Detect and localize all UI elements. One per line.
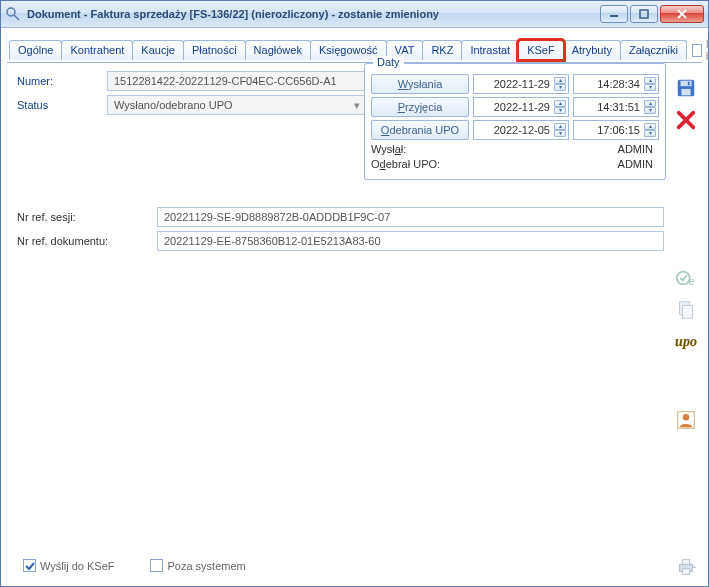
svg-rect-19 — [682, 560, 689, 565]
chevron-down-icon: ▾ — [354, 99, 360, 112]
daty-legend: Daty — [373, 56, 404, 68]
svg-rect-7 — [681, 81, 692, 87]
svg-marker-21 — [693, 565, 696, 568]
wyslij-label: Wyślij do KSeF — [40, 560, 114, 572]
daty-wyslania-time[interactable]: 14:28:34▴▾ — [573, 74, 659, 94]
svg-rect-8 — [681, 89, 690, 95]
poza-label: Poza systemem — [167, 560, 245, 572]
daty-przyjecia-date[interactable]: 2022-11-29▴▾ — [473, 97, 569, 117]
daty-wyslania-date[interactable]: 2022-11-29▴▾ — [473, 74, 569, 94]
daty-wyslal-value: ADMIN — [473, 143, 659, 155]
upo-button[interactable]: upo — [673, 329, 699, 355]
svg-rect-9 — [688, 82, 690, 86]
tab-platnosci[interactable]: Płatności — [183, 40, 246, 60]
ref-dok-field: 20221129-EE-8758360B12-01E5213A83-60 — [157, 231, 664, 251]
checkbox-checked-icon — [23, 559, 36, 572]
minimize-button[interactable] — [600, 5, 628, 23]
tab-ksef[interactable]: KSeF — [518, 40, 564, 60]
tab-atrybuty[interactable]: Atrybuty — [563, 40, 621, 60]
maximize-button[interactable] — [630, 5, 658, 23]
do-bufora-check: Do bufora — [692, 38, 709, 62]
daty-group: Daty Wysłania 2022-11-29▴▾ 14:28:34▴▾ Pr… — [364, 63, 666, 180]
refs: Nr ref. sesji: 20221129-SE-9D8889872B-0A… — [17, 207, 664, 251]
daty-przyjecia-button[interactable]: Przyjęcia — [371, 97, 469, 117]
numer-label: Numer: — [17, 75, 107, 87]
tab-ogolne[interactable]: Ogólne — [9, 40, 62, 60]
checkbox-icon — [692, 44, 702, 57]
tab-intrastat[interactable]: Intrastat — [461, 40, 519, 60]
tab-zalaczniki[interactable]: Załączniki — [620, 40, 687, 60]
svg-text:e: e — [689, 276, 695, 287]
top-form: Numer: 1512281422-20221129-CF04EC-CC656D… — [17, 71, 367, 115]
daty-odebrania-date[interactable]: 2022-12-05▴▾ — [473, 120, 569, 140]
svg-rect-15 — [682, 305, 692, 318]
verify-button[interactable]: e — [673, 265, 699, 291]
svg-point-12 — [677, 272, 690, 285]
close-window-button[interactable] — [660, 5, 704, 23]
svg-line-1 — [14, 15, 19, 20]
poza-systemem-check[interactable]: Poza systemem — [150, 559, 245, 572]
daty-odebral-label: Odebrał UPO: — [371, 158, 469, 170]
daty-wyslal-label: Wysłał: — [371, 143, 469, 155]
app-window: Dokument - Faktura sprzedaży [FS-136/22]… — [0, 0, 709, 587]
person-button[interactable] — [673, 407, 699, 433]
daty-wyslania-button[interactable]: Wysłania — [371, 74, 469, 94]
copy-button[interactable] — [673, 297, 699, 323]
tab-naglowek[interactable]: Nagłówek — [245, 40, 311, 60]
daty-odebral-value: ADMIN — [473, 158, 659, 170]
ref-sesji-label: Nr ref. sesji: — [17, 211, 157, 223]
numer-field: 1512281422-20221129-CF04EC-CC656D-A1 — [107, 71, 367, 91]
daty-odebrania-button[interactable]: Odebrania UPO — [371, 120, 469, 140]
body: Numer: 1512281422-20221129-CF04EC-CC656D… — [7, 62, 702, 580]
daty-odebrania-time[interactable]: 17:06:15▴▾ — [573, 120, 659, 140]
ref-dok-label: Nr ref. dokumentu: — [17, 235, 157, 247]
checkbox-icon — [150, 559, 163, 572]
window-title: Dokument - Faktura sprzedaży [FS-136/22]… — [27, 8, 600, 20]
svg-point-0 — [7, 8, 15, 16]
tab-bar: Ogólne Kontrahent Kaucje Płatności Nagłó… — [1, 28, 708, 62]
status-label: Status — [17, 99, 107, 111]
tab-rkz[interactable]: RKZ — [422, 40, 462, 60]
ref-sesji-field: 20221129-SE-9D8889872B-0ADDDB1F9C-07 — [157, 207, 664, 227]
svg-rect-20 — [682, 569, 689, 575]
titlebar: Dokument - Faktura sprzedaży [FS-136/22]… — [1, 1, 708, 28]
daty-przyjecia-time[interactable]: 14:31:51▴▾ — [573, 97, 659, 117]
content: Numer: 1512281422-20221129-CF04EC-CC656D… — [7, 71, 670, 580]
wyslij-do-ksef-check[interactable]: Wyślij do KSeF — [23, 559, 114, 572]
bottom-options: Wyślij do KSeF Poza systemem — [17, 559, 246, 572]
side-toolbar: e upo — [670, 71, 702, 580]
print-button[interactable] — [673, 554, 699, 580]
tab-kaucje[interactable]: Kaucje — [132, 40, 184, 60]
window-controls — [600, 5, 704, 23]
svg-point-17 — [683, 414, 689, 420]
save-button[interactable] — [673, 75, 699, 101]
app-icon — [5, 6, 21, 22]
status-select[interactable]: Wysłano/odebrano UPO ▾ — [107, 95, 367, 115]
cancel-button[interactable] — [673, 107, 699, 133]
tab-kontrahent[interactable]: Kontrahent — [61, 40, 133, 60]
svg-rect-3 — [640, 10, 648, 18]
